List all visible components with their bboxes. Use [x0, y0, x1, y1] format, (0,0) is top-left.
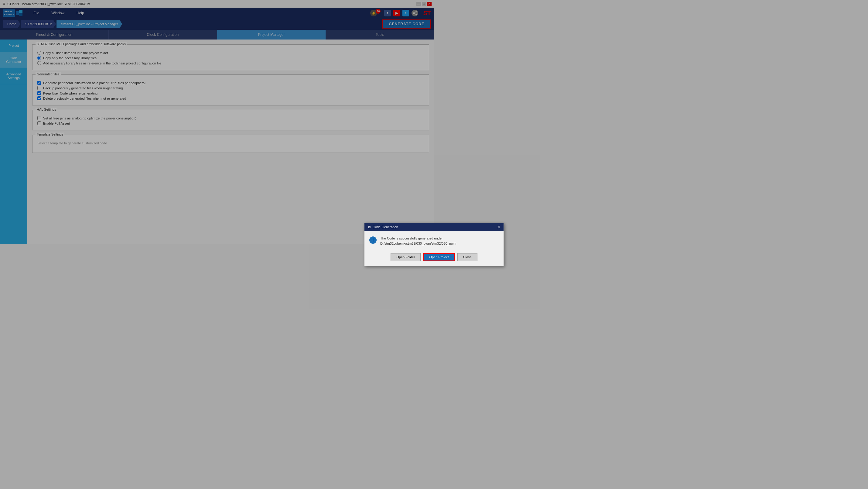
- dialog-message: The Code is successfully generated under…: [380, 236, 434, 244]
- dialog-title-bar: 🖥 Code Generation ✕: [365, 223, 434, 231]
- dialog-body: i The Code is successfully generated und…: [365, 231, 434, 244]
- dialog-overlay: 🖥 Code Generation ✕ i The Code is succes…: [0, 0, 434, 244]
- dialog-title: Code Generation: [373, 225, 398, 229]
- info-icon: i: [369, 236, 377, 244]
- dialog-icon: 🖥: [368, 225, 371, 229]
- code-generation-dialog: 🖥 Code Generation ✕ i The Code is succes…: [364, 223, 434, 244]
